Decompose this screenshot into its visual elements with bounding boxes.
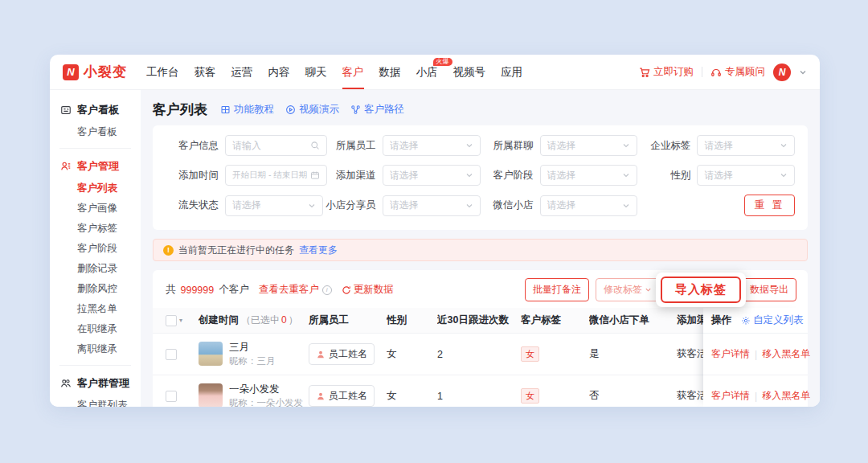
add-channel-select[interactable]: 请选择 [383,165,481,186]
gender-select[interactable]: 请选择 [697,165,795,186]
select-placeholder: 请选择 [390,199,462,212]
sidebar-item-resigned-inherit[interactable]: 离职继承 [50,339,141,359]
staff-badge[interactable]: 员工姓名 [309,385,375,407]
nav-item-workbench[interactable]: 工作台 [146,55,179,89]
table-toolbar: 共 999999 个客户 查看去重客户 i 更新数据 批量打备注 修改标 [153,270,808,308]
logo-text: 小裂变 [84,63,127,81]
order-now-link[interactable]: 立即订购 [639,65,694,79]
reset-button[interactable]: 重 置 [744,195,795,216]
tutorial-link[interactable]: 功能教程 [220,103,274,117]
filter-label: 小店分享员 [323,199,376,212]
filter-label: 添加渠道 [323,169,376,182]
sidebar-item-group-list[interactable]: 客户群列表 [50,395,141,407]
filter-wechat-shop: 微信小店 请选择 [481,195,638,216]
customer-cell: 三月 昵称：三月 [199,342,309,367]
import-tags-button[interactable]: 导入标签 [661,277,741,303]
sidebar-item-customer-stage[interactable]: 客户阶段 [50,239,141,259]
dedupe-link[interactable]: 查看去重客户 [259,283,319,297]
app-logo[interactable]: N 小裂变 [63,55,127,89]
chevron-down-icon[interactable] [799,68,807,76]
customer-detail-link[interactable]: 客户详情 [711,347,750,361]
nav-item-acquisition[interactable]: 获客 [194,55,216,89]
customer-info-input[interactable] [225,135,327,156]
wechat-shop-select[interactable]: 请选择 [540,195,638,216]
sidebar-item-customer-tags[interactable]: 客户标签 [50,219,141,239]
alert-text: 当前暂无正在进行中的任务 [178,244,294,257]
chevron-down-icon [465,141,473,150]
person-icon [316,391,326,401]
sidebar-item-blacklist[interactable]: 拉黑名单 [50,299,141,319]
table: ▾ 创建时间 （已选中0） 所属员工 性别 近30日跟进次数 客户标签 微信小店… [153,308,808,407]
nav-item-apps[interactable]: 应用 [501,55,522,89]
search-input[interactable] [232,140,307,151]
staff-badge[interactable]: 员工姓名 [309,343,375,365]
nav-item-customers[interactable]: 客户 [342,55,364,89]
export-data-button[interactable]: 数据导出 [742,278,796,301]
customer-stage-select[interactable]: 请选择 [540,165,638,186]
sidebar-section-customer-mgmt[interactable]: 客户管理 [50,154,141,178]
sidebar-item-delete-records[interactable]: 删除记录 [50,259,141,279]
sidebar-item-active-inherit[interactable]: 在职继承 [50,319,141,339]
customer-detail-link[interactable]: 客户详情 [711,389,750,403]
nav-item-shop-label: 小店 [416,65,438,80]
calendar-icon [310,170,320,180]
fixed-action-column: 操作 自定义列表 客户详情 | 移入黑名单 客户详情 [703,308,808,407]
sidebar-item-customer-list[interactable]: 客户列表 [50,178,141,199]
nav-item-shop[interactable]: 小店 火爆 [416,55,438,89]
modify-tags-button[interactable]: 修改标签 [596,278,660,301]
refresh-data-link[interactable]: 更新数据 [342,283,394,297]
nav-item-chat[interactable]: 聊天 [305,55,327,89]
column-customer-tag: 客户标签 [521,313,589,327]
filter-label: 性别 [637,169,690,182]
filter-label: 企业标签 [637,139,690,153]
nav-item-operations[interactable]: 运营 [231,55,253,89]
summary-prefix: 共 [166,283,176,297]
filter-add-channel: 添加渠道 请选择 [323,165,481,186]
sidebar-section-dashboard[interactable]: 客户看板 [50,98,141,122]
shop-sharer-select[interactable]: 请选择 [383,195,481,216]
nav-item-content[interactable]: 内容 [268,55,290,89]
select-placeholder: 请选择 [547,139,620,153]
staff-name: 员工姓名 [329,389,367,403]
staff-select[interactable]: 请选择 [383,135,481,156]
select-all-caret-icon[interactable]: ▾ [179,317,182,324]
sidebar-section-group-mgmt[interactable]: 客户群管理 [50,371,141,395]
customer-path-link[interactable]: 客户路径 [350,103,404,117]
move-to-blacklist-link[interactable]: 移入黑名单 [762,389,810,403]
select-all-checkbox[interactable] [166,315,177,326]
view-more-link[interactable]: 查看更多 [299,244,338,257]
nav-item-video[interactable]: 视频号 [453,55,486,89]
sidebar-item-delete-risk[interactable]: 删除风控 [50,279,141,299]
churn-status-select[interactable]: 请选择 [225,195,323,216]
hot-badge: 火爆 [433,58,452,66]
customer-nickname: 昵称：一朵小发发 [229,398,303,407]
group-chat-select[interactable]: 请选择 [540,135,638,156]
search-icon [310,141,320,150]
batch-remark-button[interactable]: 批量打备注 [525,278,589,301]
customize-columns-link[interactable]: 自定义列表 [741,313,804,327]
video-demo-link[interactable]: 视频演示 [285,103,339,117]
row-checkbox[interactable] [166,391,177,402]
follow-count-value: 1 [437,391,521,402]
actions-header: 操作 自定义列表 [703,308,808,334]
chevron-down-icon [622,171,630,179]
sidebar-item-customer-profile[interactable]: 客户画像 [50,199,141,219]
info-icon[interactable]: i [322,285,332,295]
order-now-label: 立即订购 [653,65,694,79]
path-icon [350,104,361,115]
advisor-link[interactable]: 专属顾问 [710,65,765,79]
chevron-down-icon [465,171,473,179]
date-range-picker[interactable]: 开始日期 - 结束日期 [225,165,327,186]
row-checkbox[interactable] [166,349,177,360]
filter-gender: 性别 请选择 [637,165,795,186]
nav-item-data[interactable]: 数据 [379,55,401,89]
account-avatar[interactable]: N [773,64,791,81]
sidebar-section-title: 客户管理 [77,159,119,174]
move-to-blacklist-link[interactable]: 移入黑名单 [762,347,810,361]
corp-tag-select[interactable]: 请选择 [697,135,795,156]
video-demo-label: 视频演示 [299,103,339,117]
select-placeholder: 请选择 [547,169,620,182]
table-summary: 共 999999 个客户 查看去重客户 i 更新数据 [166,283,394,297]
sidebar-item-dashboard[interactable]: 客户看板 [50,122,141,142]
filter-row: 流失状态 请选择 小店分享员 请选择 微信小 [166,195,795,216]
